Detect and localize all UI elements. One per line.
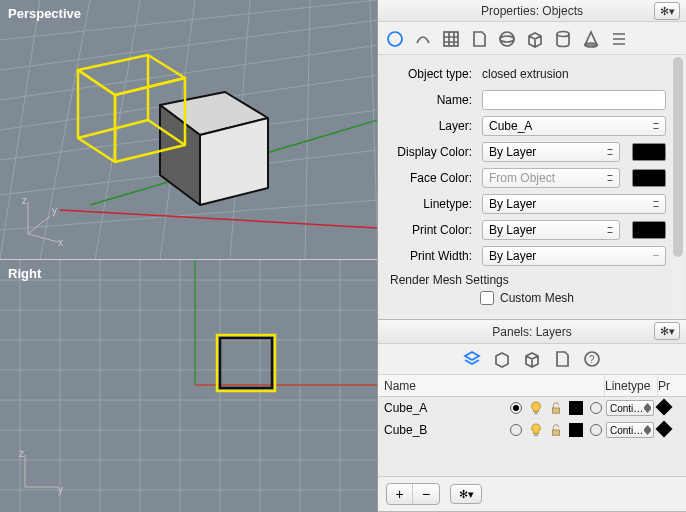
layer-row[interactable]: Cube_B Conti… — [378, 419, 686, 441]
svg-rect-51 — [217, 335, 275, 391]
properties-toolbar — [378, 22, 686, 55]
svg-line-26 — [28, 216, 50, 234]
material-radio[interactable] — [590, 402, 602, 414]
name-field[interactable] — [482, 90, 666, 110]
object-props-icon[interactable] — [384, 28, 406, 50]
face-color-label: Face Color: — [386, 171, 476, 185]
layer-color-swatch[interactable] — [569, 401, 583, 415]
print-width-label: Print Width: — [386, 249, 476, 263]
current-layer-radio[interactable] — [510, 424, 522, 436]
layer-select[interactable]: Cube_A — [482, 116, 666, 136]
panel-menu-button[interactable]: ✻▾ — [654, 2, 680, 20]
layers-menu-button[interactable]: ✻▾ — [450, 484, 482, 504]
svg-point-60 — [557, 32, 569, 37]
layers-toolbar: ? — [378, 344, 686, 375]
svg-rect-64 — [534, 412, 538, 414]
display-color-swatch[interactable] — [632, 143, 666, 161]
svg-line-25 — [28, 234, 58, 242]
face-color-select[interactable]: From Object — [482, 168, 620, 188]
display-color-select[interactable]: By Layer — [482, 142, 620, 162]
layer-name: Cube_A — [384, 401, 506, 415]
col-name[interactable]: Name — [384, 379, 504, 393]
list-icon[interactable] — [608, 28, 630, 50]
linetype-label: Linetype: — [386, 197, 476, 211]
lock-icon[interactable] — [546, 401, 566, 415]
svg-text:x: x — [58, 237, 63, 248]
svg-rect-50 — [220, 338, 272, 388]
svg-rect-67 — [553, 430, 560, 435]
properties-header: Properties: Objects ✻▾ — [378, 0, 686, 22]
layer-color-swatch[interactable] — [569, 423, 583, 437]
page-icon[interactable] — [468, 28, 490, 50]
print-swatch[interactable] — [656, 398, 673, 415]
material-radio[interactable] — [590, 424, 602, 436]
note-icon[interactable] — [551, 348, 573, 370]
current-layer-radio[interactable] — [510, 402, 522, 414]
svg-point-58 — [500, 32, 514, 46]
custom-mesh-checkbox[interactable] — [480, 291, 494, 305]
svg-rect-66 — [534, 434, 538, 436]
bulb-icon[interactable] — [526, 401, 546, 415]
display-color-label: Display Color: — [386, 145, 476, 159]
viewports: Perspective — [0, 0, 378, 512]
viewport-right[interactable]: Right z y — [0, 260, 377, 512]
remove-layer-button[interactable]: − — [413, 484, 439, 504]
svg-text:y: y — [58, 484, 63, 495]
scrollbar[interactable] — [671, 55, 685, 319]
material-icon[interactable] — [412, 28, 434, 50]
layers-icon[interactable] — [461, 348, 483, 370]
svg-text:y: y — [52, 205, 57, 216]
svg-line-12 — [305, 0, 310, 260]
bulb-icon[interactable] — [526, 423, 546, 437]
print-swatch[interactable] — [656, 420, 673, 437]
layers-header: Panels: Layers ✻▾ — [378, 320, 686, 344]
render-mesh-label: Render Mesh Settings — [380, 269, 684, 289]
svg-rect-57 — [444, 32, 458, 46]
lock-icon[interactable] — [546, 423, 566, 437]
add-layer-button[interactable]: + — [387, 484, 413, 504]
print-color-swatch[interactable] — [632, 221, 666, 239]
texture-icon[interactable] — [440, 28, 462, 50]
object-type-label: Object type: — [386, 67, 476, 81]
col-linetype[interactable]: Linetype — [605, 379, 657, 393]
linetype-select[interactable]: By Layer — [482, 194, 666, 214]
cylinder-icon[interactable] — [552, 28, 574, 50]
layer-label: Layer: — [386, 119, 476, 133]
layer-linetype-select[interactable]: Conti… — [606, 400, 654, 416]
cone-icon[interactable] — [580, 28, 602, 50]
properties-body: Object type: closed extrusion Name: Laye… — [378, 55, 686, 319]
axis-gizmo-icon: z y x — [10, 194, 65, 249]
box-icon[interactable] — [524, 28, 546, 50]
box-icon[interactable] — [491, 348, 513, 370]
cube-icon[interactable] — [521, 348, 543, 370]
axis-gizmo-icon: z y — [10, 447, 65, 502]
svg-line-23 — [78, 120, 148, 138]
right-panels: Properties: Objects ✻▾ Object type: clos… — [378, 0, 686, 512]
panel-menu-button[interactable]: ✻▾ — [654, 322, 680, 340]
help-icon[interactable]: ? — [581, 348, 603, 370]
cube-right-selected — [217, 335, 275, 391]
name-label: Name: — [386, 93, 476, 107]
layer-name: Cube_B — [384, 423, 506, 437]
layer-row[interactable]: Cube_A Conti… — [378, 397, 686, 419]
face-color-swatch[interactable] — [632, 169, 666, 187]
print-width-select[interactable]: By Layer — [482, 246, 666, 266]
viewport-label: Perspective — [8, 6, 81, 21]
sphere-icon[interactable] — [496, 28, 518, 50]
cube-right — [220, 338, 272, 388]
layer-linetype-select[interactable]: Conti… — [606, 422, 654, 438]
viewport-label: Right — [8, 266, 41, 281]
layers-panel: Panels: Layers ✻▾ ? Name Linetype Pr Cub… — [378, 320, 686, 512]
layers-body: Name Linetype Pr Cube_A Conti… Cube_B — [378, 375, 686, 511]
viewport-perspective[interactable]: Perspective — [0, 0, 377, 260]
svg-text:?: ? — [589, 354, 595, 365]
svg-point-59 — [500, 36, 514, 42]
col-pr[interactable]: Pr — [658, 379, 680, 393]
properties-title: Properties: Objects — [481, 4, 583, 18]
svg-text:z: z — [22, 195, 27, 206]
print-color-label: Print Color: — [386, 223, 476, 237]
print-color-select[interactable]: By Layer — [482, 220, 620, 240]
svg-rect-65 — [553, 408, 560, 413]
svg-line-2 — [0, 45, 377, 100]
layers-columns: Name Linetype Pr — [378, 375, 686, 397]
